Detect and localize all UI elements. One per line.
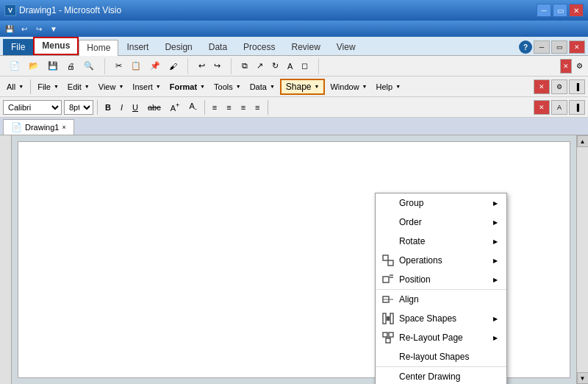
underline-button[interactable]: U [129,100,142,115]
tab-view[interactable]: View [329,39,364,55]
scroll-up-button[interactable]: ▲ [577,135,589,147]
cut-button[interactable]: ✂ [112,58,126,74]
align-left-button[interactable]: ≡ [209,100,220,115]
format-painter-button[interactable]: 🖌 [165,58,181,74]
help-icon[interactable]: ? [519,40,532,54]
menu-help-button[interactable]: Help [373,79,405,95]
highlight-button[interactable]: ▐ [569,100,585,115]
menu-item-operations[interactable]: Operations ▶ [376,251,506,270]
ribbon-tab-bar: File Menus Home Insert Design Data Proce… [0,37,588,56]
svg-rect-10 [383,333,387,337]
document-tab-bar: 📄 Drawing1 × [0,118,588,135]
operations-submenu-arrow: ▶ [493,257,498,264]
document-tab-close[interactable]: × [62,124,65,131]
ribbon-close-button[interactable]: ✕ [569,40,585,54]
qat-customize-button[interactable]: ▼ [47,23,60,35]
font-size-select[interactable]: 8pt [64,100,93,115]
new-button[interactable]: 📄 [6,58,24,74]
position-icon [381,273,395,286]
qat-redo-button[interactable]: ↪ [32,23,46,35]
menu-item-order[interactable]: Order ▶ [376,213,506,232]
menu-data-button[interactable]: Data [246,79,279,95]
font-grow-button[interactable]: A+ [167,100,184,115]
font-row-close-button[interactable]: ✕ [534,100,550,115]
svg-rect-2 [383,277,389,282]
align-center-button[interactable]: ≡ [223,100,234,115]
right-help-button[interactable]: ⚙ [573,59,585,74]
ribbon-restore-button[interactable]: ▭ [551,40,567,54]
svg-rect-8 [390,313,393,324]
connector-tool-button[interactable]: ↗ [253,58,267,74]
paste-button[interactable]: 📌 [146,58,164,74]
font-name-select[interactable]: Calibri [3,100,62,115]
menu-item-relayout-page[interactable]: Re-Layout Page ▶ [376,328,506,347]
undo-button[interactable]: ↩ [195,58,209,74]
rotate-icon [381,235,395,248]
menu-item-rotate[interactable]: Rotate ▶ [376,232,506,251]
right-close-button[interactable]: ✕ [560,59,572,74]
menu-item-relayout-page-label: Re-Layout Page [399,333,489,343]
print-button[interactable]: 🖨 [63,58,79,74]
menu-item-align[interactable]: Align [376,289,506,309]
close-button[interactable]: ✕ [569,4,584,17]
menu-tools-button[interactable]: Tools [210,79,245,95]
toolbar-row-2: All File Edit View Insert Format Tools D… [0,77,588,97]
tab-data[interactable]: Data [201,39,235,55]
tab-file[interactable]: File [3,39,33,55]
menu-window-button[interactable]: Window [326,79,370,95]
space-shapes-submenu-arrow: ▶ [493,316,498,322]
scroll-down-button[interactable]: ▼ [577,372,589,384]
text-button[interactable]: A [284,58,296,74]
redo-button[interactable]: ↪ [210,58,224,74]
font-color-button[interactable]: A [551,100,567,115]
preview-button[interactable]: 🔍 [80,58,98,74]
connect-shapes-button[interactable]: ⧉ [238,58,251,74]
rotate-tool-button[interactable]: ↻ [268,58,282,74]
svg-rect-9 [387,316,390,321]
menu-edit-button[interactable]: Edit [64,79,93,95]
svg-rect-7 [383,313,386,324]
menu-view-button[interactable]: View [95,79,128,95]
qat-undo-button[interactable]: ↩ [18,23,31,35]
toolbar2-close-button[interactable]: ✕ [534,79,550,94]
tab-process[interactable]: Process [235,39,283,55]
align-justify-button[interactable]: ≡ [251,100,263,115]
insert-shape-button[interactable]: ◻ [298,58,312,74]
open-button[interactable]: 📂 [25,58,43,74]
tab-home[interactable]: Home [79,40,118,56]
vertical-scrollbar[interactable]: ▲ ▼ [576,135,588,384]
menu-format-button[interactable]: Format [166,79,209,95]
minimize-button[interactable]: ─ [537,4,551,17]
menu-item-align-label: Align [399,294,498,305]
document-tab-drawing1[interactable]: 📄 Drawing1 × [3,119,74,135]
italic-button[interactable]: I [117,100,126,115]
menu-item-space-shapes[interactable]: Space Shapes ▶ [376,309,506,328]
menu-file-button[interactable]: File [34,79,62,95]
ribbon-minimize-button[interactable]: ─ [534,40,550,54]
toolbar2-extra-button[interactable]: ▐ [569,79,585,94]
menu-item-position[interactable]: Position ▶ [376,270,506,289]
toolbar2-gear-button[interactable]: ⚙ [551,79,567,94]
align-right-button[interactable]: ≡ [237,100,249,115]
copy-button[interactable]: 📋 [127,58,145,74]
bold-button[interactable]: B [101,100,115,115]
menu-shape-button[interactable]: Shape [280,79,326,95]
tab-menus[interactable]: Menus [33,37,79,55]
save-button[interactable]: 💾 [44,58,62,74]
menu-all-button[interactable]: All [3,79,27,95]
font-shrink-button[interactable]: A- [185,100,200,115]
group-submenu-arrow: ▶ [493,200,498,207]
menu-item-group[interactable]: Group ▶ [376,193,506,213]
strikethrough-button[interactable]: abc [144,100,165,115]
menu-item-group-label: Group [399,198,489,208]
menu-insert-button[interactable]: Insert [129,79,164,95]
shape-dropdown-menu: Group ▶ Order ▶ Rotate ▶ Operations [375,193,507,384]
tab-review[interactable]: Review [283,39,328,55]
relayout-page-icon [381,331,395,344]
menu-item-center-drawing[interactable]: Center Drawing [376,366,506,384]
tab-design[interactable]: Design [157,39,200,55]
tab-insert[interactable]: Insert [118,39,157,55]
restore-button[interactable]: ▭ [553,4,567,17]
menu-item-relayout-shapes[interactable]: Re-layout Shapes [376,347,506,366]
qat-save-button[interactable]: 💾 [3,23,16,35]
